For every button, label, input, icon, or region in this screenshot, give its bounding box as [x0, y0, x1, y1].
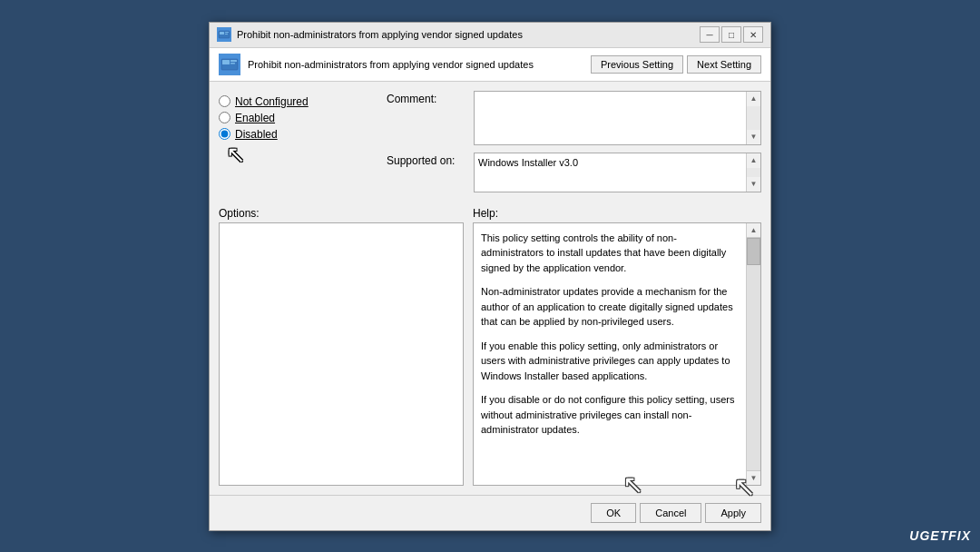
supported-scroll-up[interactable]: ▲	[747, 153, 760, 168]
svg-rect-6	[230, 60, 237, 62]
svg-rect-3	[225, 34, 228, 34]
radio-disabled-input[interactable]	[219, 128, 230, 140]
options-box	[219, 222, 464, 486]
comment-row: Comment: ▲ ▼	[387, 91, 761, 145]
help-scroll-down[interactable]: ▼	[747, 470, 760, 485]
cursor-arrow-radio: ↖	[226, 143, 246, 166]
radio-enabled[interactable]: Enabled	[219, 112, 377, 124]
help-scrollbar: ▲ ▼	[746, 223, 760, 485]
options-label: Options:	[219, 207, 464, 220]
cancel-button[interactable]: Cancel	[640, 503, 701, 523]
help-scroll-thumb[interactable]	[747, 238, 760, 265]
apply-button[interactable]: Apply	[705, 503, 761, 523]
supported-field-wrapper: Windows Installer v3.0 ▲ ▼	[474, 153, 761, 192]
comment-scroll-track	[747, 106, 760, 130]
comment-scroll-down[interactable]: ▼	[747, 130, 760, 144]
header-buttons: Previous Setting Next Setting	[591, 55, 761, 74]
title-bar-controls: ─ □ ✕	[700, 26, 763, 43]
help-box: This policy setting controls the ability…	[473, 222, 761, 486]
supported-scroll-track	[747, 168, 760, 177]
help-p1: This policy setting controls the ability…	[481, 231, 739, 276]
header-title: Prohibit non-administrators from applyin…	[248, 59, 583, 70]
help-p3: If you enable this policy setting, only …	[481, 339, 739, 384]
radio-disabled-label[interactable]: Disabled	[235, 128, 278, 141]
supported-row: Supported on: Windows Installer v3.0 ▲ ▼	[387, 153, 761, 192]
comment-scroll-up[interactable]: ▲	[747, 92, 760, 106]
next-setting-button[interactable]: Next Setting	[687, 55, 761, 74]
help-scroll-track	[747, 238, 760, 470]
svg-rect-1	[220, 32, 224, 34]
header-icon	[219, 54, 240, 75]
radio-not-configured-label[interactable]: Not Configured	[235, 95, 309, 108]
supported-value: Windows Installer v3.0	[475, 153, 746, 192]
radio-group: Not Configured Enabled Disabled ↖	[219, 91, 377, 145]
comment-label: Comment:	[387, 91, 468, 105]
previous-setting-button[interactable]: Previous Setting	[591, 55, 683, 74]
dialog-body: Not Configured Enabled Disabled ↖	[210, 82, 770, 495]
dialog-header: Prohibit non-administrators from applyin…	[210, 48, 770, 82]
close-button[interactable]: ✕	[743, 26, 763, 43]
comment-field-wrapper: ▲ ▼	[474, 91, 761, 145]
radio-disabled[interactable]: Disabled ↖	[219, 128, 377, 141]
supported-scrollbar: ▲ ▼	[746, 153, 760, 192]
help-text-content: This policy setting controls the ability…	[474, 223, 760, 485]
title-bar-icon	[217, 27, 231, 42]
options-panel: Options:	[219, 207, 464, 486]
svg-rect-5	[222, 60, 230, 64]
radio-not-configured[interactable]: Not Configured	[219, 95, 377, 108]
radio-enabled-input[interactable]	[219, 112, 230, 123]
supported-scroll-down[interactable]: ▼	[747, 177, 760, 192]
supported-label: Supported on:	[387, 153, 468, 167]
title-bar: Prohibit non-administrators from applyin…	[210, 23, 770, 48]
help-p4: If you disable or do not configure this …	[481, 392, 739, 438]
radio-enabled-label[interactable]: Enabled	[235, 112, 275, 124]
svg-rect-7	[230, 63, 235, 64]
title-bar-text: Prohibit non-administrators from applyin…	[237, 29, 694, 40]
help-panel: Help: This policy setting controls the a…	[473, 207, 761, 486]
help-scroll-up[interactable]: ▲	[747, 223, 760, 238]
svg-rect-2	[225, 32, 229, 33]
main-dialog: Prohibit non-administrators from applyin…	[209, 22, 771, 531]
help-label: Help:	[473, 207, 761, 220]
help-p2: Non-administrator updates provide a mech…	[481, 284, 739, 330]
left-panel: Not Configured Enabled Disabled ↖	[219, 91, 377, 200]
dialog-footer: ↙ ↙ OK Cancel Apply	[210, 495, 770, 530]
radio-not-configured-input[interactable]	[219, 95, 230, 107]
restore-button[interactable]: □	[721, 26, 741, 43]
comment-scrollbar: ▲ ▼	[746, 92, 760, 144]
minimize-button[interactable]: ─	[700, 26, 720, 43]
ok-button[interactable]: OK	[591, 503, 636, 523]
right-panel: Comment: ▲ ▼ Supported on: Windows Insta…	[387, 91, 761, 200]
watermark: UGETFIX	[909, 528, 971, 543]
comment-textarea[interactable]	[475, 92, 746, 144]
bottom-row: Options: Help: This policy setting contr…	[219, 207, 761, 486]
